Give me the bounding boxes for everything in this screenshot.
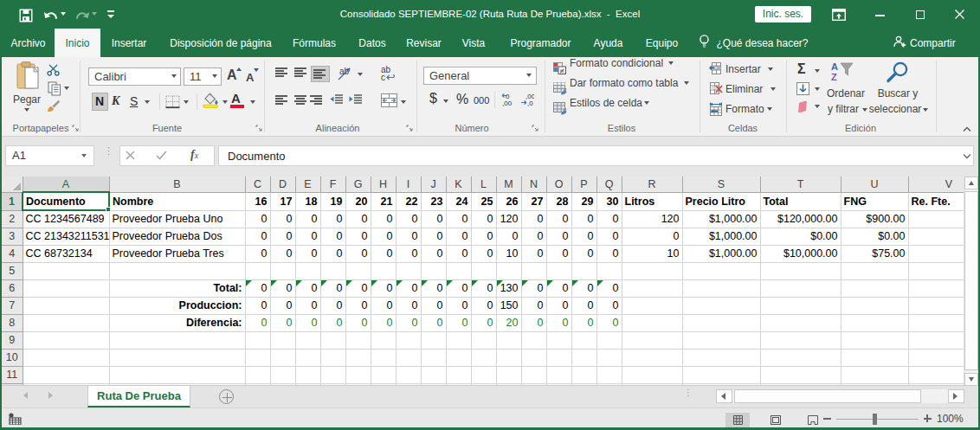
svg-text:,0: ,0	[527, 99, 533, 106]
svg-text:A: A	[831, 61, 838, 72]
svg-text:c: c	[381, 73, 385, 82]
svg-text:,00: ,00	[502, 99, 513, 106]
svg-text:Z: Z	[831, 72, 837, 82]
svg-text:ab: ab	[339, 67, 350, 76]
